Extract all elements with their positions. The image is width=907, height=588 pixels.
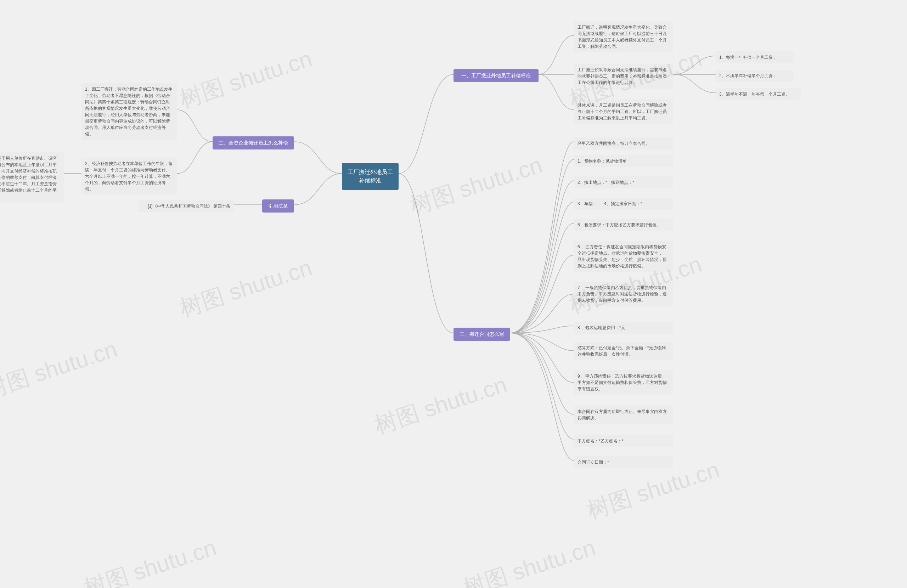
leaf-b4-n1[interactable]: [1]《中华人民共和国劳动合同法》 第四十条 bbox=[138, 200, 234, 212]
leaf-b3-c5[interactable]: 6 、乙方责任：保证在合同规定期限内将货物安全运抵指定地点。对承运的货物要负责安… bbox=[574, 241, 673, 272]
leaf-b3-c0[interactable]: 经甲乙双方共同协商，特订立本合同。 bbox=[574, 138, 673, 149]
branch-contract-writing[interactable]: 三、搬迁合同怎么写 bbox=[454, 328, 510, 341]
leaf-b3-c7[interactable]: 8 、包装运输总费用：*元 bbox=[574, 322, 673, 334]
leaf-b3-c12[interactable]: 合同订立日期：* bbox=[574, 456, 673, 468]
leaf-b3-c9[interactable]: 9 、甲方违约责任：乙方按要求将货物送达后，甲方如不足额支付运输费和保管费，乙方… bbox=[574, 370, 673, 395]
leaf-b3-c6[interactable]: 7 、一般货物保险由乙方负责，贵重货物保险由甲方负责。甲方应及时对送达货物进行检… bbox=[574, 282, 673, 306]
leaf-b3-c3[interactable]: 3、车型：── 4、预定搬家日期：* bbox=[574, 198, 673, 210]
leaf-b1-n2[interactable]: 工厂搬迁如果导致合同无法继续履行，需要辞退的就要补偿员工一定的费用，补偿标准是按… bbox=[574, 64, 673, 88]
branch-joint-venture-compensation[interactable]: 二、合资企业搬迁员工怎么补偿 bbox=[213, 136, 294, 149]
branch-compensation-standard[interactable]: 一、工厂搬迁外地员工补偿标准 bbox=[454, 69, 538, 82]
leaf-b2-n2c[interactable]: 劳动者月工资高于用人单位所在直辖市、设区的市级人民政府公布的本地区上年度职工月平… bbox=[0, 152, 64, 203]
leaf-b1-n2c2[interactable]: 2、不满半年补偿半个月工资； bbox=[716, 70, 793, 82]
watermark: 树图 shutu.cn bbox=[459, 532, 599, 588]
leaf-b3-c11[interactable]: 甲方签名：*乙方签名：* bbox=[574, 435, 673, 447]
leaf-b3-c10[interactable]: 本合同在双方履约后即行终止。未尽事宜由双方协商解决。 bbox=[574, 405, 673, 424]
leaf-b3-c8[interactable]: 结算方式：已付定金*元。余下金额：*元货物到达并验收完好后一次性付清。 bbox=[574, 342, 673, 360]
leaf-b2-n1[interactable]: 1、因工厂搬迁，劳动合同约定的工作地点发生了变化，劳动者不愿意随迁的，根据《劳动… bbox=[82, 83, 177, 140]
leaf-b1-n3[interactable]: 具体来讲，月工资是指员工在劳动合同解除或者终止前十二个月的平均工资。所以，工厂搬… bbox=[574, 99, 673, 124]
watermark: 树图 shutu.cn bbox=[406, 149, 546, 221]
leaf-b3-c4[interactable]: 5、包装要求：甲方应按乙方要求进行包装。 bbox=[574, 219, 673, 231]
leaf-b1-n1[interactable]: 工厂搬迁，说明客观情况发生重大变化，导致合同无法继续履行，这时候工厂可以提前三十… bbox=[574, 21, 673, 53]
leaf-b2-n2[interactable]: 2、经济补偿按劳动者在本单位工作的年限，每满一年支付一个月工资的标准向劳动者支付… bbox=[82, 158, 177, 195]
watermark: 树图 shutu.cn bbox=[80, 532, 220, 588]
leaf-b1-n2c3[interactable]: 3、满半年不满一年补偿一个月工资。 bbox=[716, 88, 801, 100]
watermark: 树图 shutu.cn bbox=[370, 369, 511, 441]
watermark: 树图 shutu.cn bbox=[176, 43, 316, 115]
root-node[interactable]: 工厂搬迁外地员工补偿标准 bbox=[342, 163, 399, 190]
watermark: 树图 shutu.cn bbox=[176, 252, 316, 324]
branch-cited-law[interactable]: 引用法条 bbox=[262, 199, 294, 213]
leaf-b3-c2[interactable]: 2、搬出地点：*，搬到地点：* bbox=[574, 176, 673, 189]
leaf-b3-c1[interactable]: 1、货物名称：见货物清单 bbox=[574, 155, 673, 167]
leaf-b1-n2c1[interactable]: 1、每满一年补偿一个月工资； bbox=[716, 51, 793, 63]
watermark: 树图 shutu.cn bbox=[0, 334, 121, 405]
